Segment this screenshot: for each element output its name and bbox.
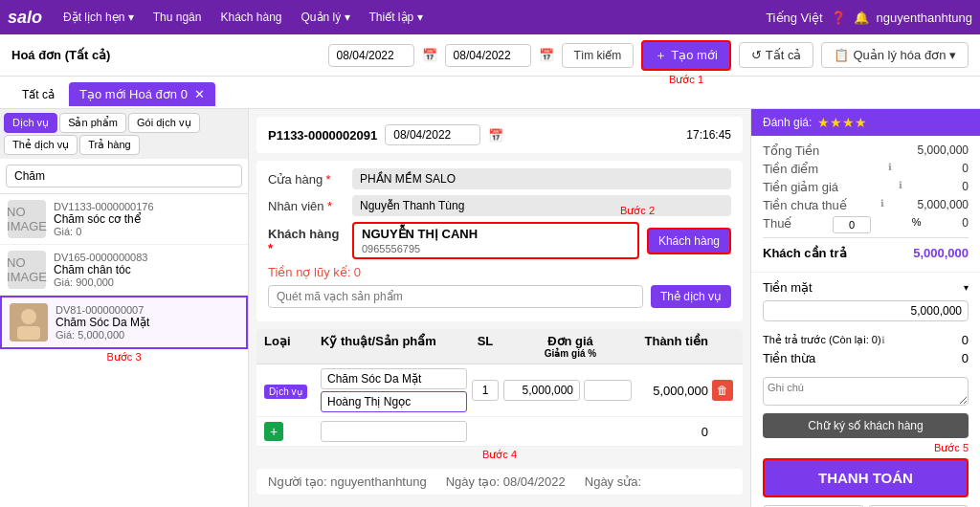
item-image-0: NO IMAGE — [8, 200, 46, 238]
invoice-form: Cửa hàng * PHẦN MỀM SALO Nhân viên * Ngu… — [256, 161, 743, 321]
discount-input[interactable] — [584, 380, 632, 401]
customer-button[interactable]: Khách hàng — [647, 228, 731, 254]
search-button[interactable]: Tìm kiếm — [562, 43, 635, 68]
tien-mat-input[interactable] — [763, 300, 969, 321]
nav-item-khachhang[interactable]: Khách hàng — [212, 7, 289, 28]
top-nav: salo Đặt lịch hẹn ▾ Thu ngân Khách hàng … — [0, 0, 980, 34]
svg-point-1 — [21, 309, 36, 324]
user-menu[interactable]: nguyenthanhtung — [877, 11, 972, 25]
bell-icon[interactable]: 🔔 — [854, 11, 869, 25]
manage-button[interactable]: 📋 Quản lý hóa đơn ▾ — [821, 42, 969, 68]
info-icon-thue[interactable]: ℹ — [880, 198, 884, 212]
invoice-header: P1133-0000002091 📅 17:16:45 — [256, 117, 743, 153]
page-title: Hoá đơn (Tất cả) — [11, 48, 321, 62]
summary-section: Tổng Tiền 5,000,000 Tiền điểm ℹ 0 Tiền g… — [751, 136, 980, 273]
date-to-input[interactable] — [445, 44, 531, 67]
thue-value: 0 — [962, 216, 969, 233]
tab-create[interactable]: Tạo mới Hoá đơn 0 ✕ — [69, 82, 215, 106]
info-icon-diem[interactable]: ℹ — [888, 162, 892, 176]
tien-diem-value: 0 — [962, 162, 969, 176]
invoice-id: P1133-0000002091 — [268, 128, 377, 143]
help-icon[interactable]: ❓ — [831, 11, 846, 25]
tien-chua-thue-value: 5,000,000 — [918, 198, 969, 212]
service-tab-dichvu[interactable]: Dịch vụ — [4, 113, 57, 133]
stars: ★★★★ — [817, 115, 867, 130]
calendar-icon-to[interactable]: 📅 — [539, 48, 554, 62]
nav-item-thungan[interactable]: Thu ngân — [145, 7, 210, 28]
payment-section: Tiền mặt ▾ — [751, 273, 980, 333]
creator-info: Người tạo: nguyenthanhtung — [268, 474, 427, 489]
main-content: Dịch vụ Sản phẩm Gói dịch vụ Thẻ dịch vụ… — [0, 109, 980, 507]
service-button[interactable]: Thẻ dịch vụ — [651, 285, 731, 308]
store-value: PHẦN MỀM SALO — [352, 168, 731, 189]
staff-value: Nguyễn Thanh Tùng — [352, 195, 731, 216]
tab-all[interactable]: Tất cả — [11, 83, 65, 106]
right-panel: Đánh giá: ★★★★ Tổng Tiền 5,000,000 Tiền … — [750, 109, 980, 507]
tien-chua-thue-row: Tiền chưa thuế ℹ 5,000,000 — [763, 198, 969, 212]
item-list: NO IMAGE DV1133-0000000176 Chăm sóc cơ t… — [0, 194, 248, 507]
barcode-input[interactable] — [268, 285, 643, 308]
buoc1-label: Bước 1 — [669, 74, 703, 86]
thue-row: Thuế % 0 — [763, 216, 969, 233]
manage-icon: 📋 — [834, 48, 849, 62]
refresh-icon: ↺ — [751, 48, 762, 62]
pay-button[interactable]: THANH TOÁN — [763, 458, 969, 497]
service-name-input[interactable] — [321, 368, 467, 389]
item-info-1: DV165-0000000083 Chăm chân tóc Giá: 900,… — [54, 252, 240, 288]
add-row-button[interactable]: + — [264, 422, 283, 441]
rating-label: Đánh giá: — [763, 116, 812, 129]
type-badge: Dịch vụ — [264, 385, 307, 399]
footer-info: Người tạo: nguyenthanhtung Ngày tạo: 08/… — [256, 469, 743, 495]
invoice-time: 17:16:45 — [686, 128, 731, 142]
list-item-selected[interactable]: DV81-0000000007 Chăm Sóc Da Mặt Giá: 5,0… — [0, 296, 248, 349]
svg-rect-2 — [17, 326, 40, 340]
the-tra-section: Thẻ trả trước (Còn lại: 0) ℹ 0 Tiền thừa… — [751, 333, 980, 373]
tien-giam-gia-row: Tiền giảm giá ℹ 0 — [763, 180, 969, 194]
search-input[interactable] — [6, 165, 242, 187]
tab-close-icon[interactable]: ✕ — [194, 87, 205, 101]
calendar-icon-from[interactable]: 📅 — [422, 48, 437, 62]
tien-thua-value: 0 — [962, 351, 969, 365]
nav-right: Tiếng Việt ❓ 🔔 nguyenthanhtung — [766, 11, 972, 25]
list-item[interactable]: NO IMAGE DV165-0000000083 Chăm chân tóc … — [0, 245, 248, 296]
reset-button[interactable]: ↺ Tất cả — [739, 42, 814, 68]
sign-button[interactable]: Chữ ký số khách hàng — [763, 413, 969, 438]
customer-field-box[interactable]: NGUYỄN THỊ CANH 0965556795 — [352, 222, 639, 259]
tech-name-input[interactable] — [321, 391, 467, 412]
price-input[interactable] — [503, 380, 580, 401]
info-icon-the[interactable]: ℹ — [881, 335, 885, 345]
item-image-2 — [10, 303, 48, 342]
ghi-chu-input[interactable] — [763, 377, 969, 406]
tong-tien-row: Tổng Tiền 5,000,000 — [763, 143, 969, 158]
tien-thua-row: Tiền thừa 0 — [763, 351, 969, 365]
info-icon-gg[interactable]: ℹ — [899, 180, 902, 194]
invoice-date-input[interactable] — [385, 124, 480, 145]
table-header: Loại Kỹ thuật/Sản phẩm SL Đơn giá Giảm g… — [256, 329, 743, 364]
create-date-info: Ngày tạo: 08/04/2022 — [446, 474, 566, 489]
language-selector[interactable]: Tiếng Việt — [766, 11, 822, 25]
service-tab-thedichvu[interactable]: Thẻ dịch vụ — [4, 135, 78, 155]
qty-input[interactable] — [472, 380, 499, 401]
thue-pct-input[interactable] — [833, 216, 871, 233]
store-row: Cửa hàng * PHẦN MỀM SALO — [268, 168, 731, 189]
nav-item-quanly[interactable]: Quản lý ▾ — [294, 7, 358, 28]
create-button[interactable]: ＋ Tạo mới — [641, 40, 731, 71]
barcode-row: Thẻ dịch vụ — [268, 285, 731, 308]
order-table: Loại Kỹ thuật/Sản phẩm SL Đơn giá Giảm g… — [256, 329, 743, 447]
service-tab-trahang[interactable]: Trả hàng — [79, 135, 140, 155]
buoc3-label: Bước 3 — [0, 349, 248, 365]
buoc2-label: Bước 2 — [620, 205, 655, 217]
nav-item-datlich[interactable]: Đặt lịch hẹn ▾ — [56, 7, 142, 28]
invoice-calendar-icon[interactable]: 📅 — [488, 128, 503, 143]
new-row-input[interactable] — [321, 421, 467, 442]
khach-can-tra-value: 5,000,000 — [913, 246, 969, 260]
delete-row-button[interactable]: 🗑 — [712, 380, 733, 401]
center-panel: P1133-0000002091 📅 17:16:45 Cửa hàng * P… — [249, 109, 750, 507]
list-item[interactable]: NO IMAGE DV1133-0000000176 Chăm sóc cơ t… — [0, 194, 248, 245]
dropdown-icon[interactable]: ▾ — [964, 282, 969, 293]
date-from-input[interactable] — [328, 44, 414, 67]
item-image-1: NO IMAGE — [8, 251, 46, 289]
service-tab-sanpham[interactable]: Sản phẩm — [59, 113, 126, 133]
nav-item-thietlap[interactable]: Thiết lập ▾ — [362, 7, 431, 28]
service-tab-goidichvu[interactable]: Gói dịch vụ — [128, 113, 199, 133]
